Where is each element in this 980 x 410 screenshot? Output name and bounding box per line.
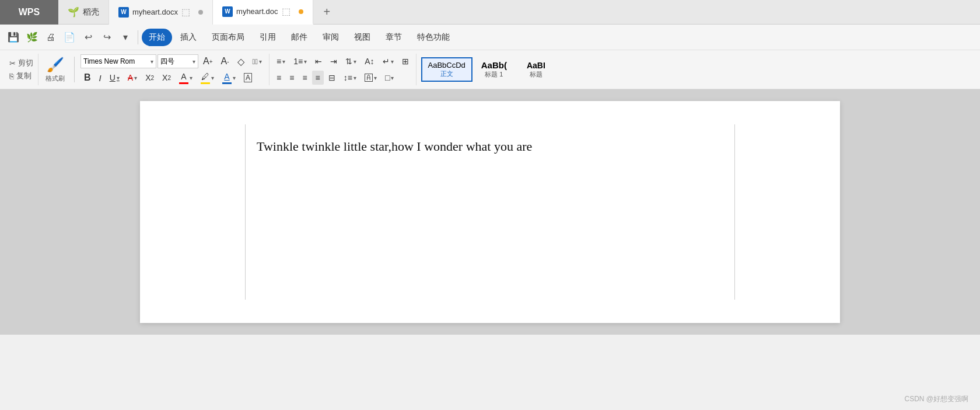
menu-mail-label: 邮件	[291, 32, 307, 43]
toolbar-top: 💾 🌿 🖨 📄 ↩ ↪ ▾ 开始 插入 页面布局 引用 邮件 审阅 视图 章	[0, 25, 980, 50]
highlight-bar	[201, 82, 210, 84]
linespace-button[interactable]: A↕	[361, 54, 377, 68]
strikethrough-button[interactable]: A ▾	[124, 71, 141, 85]
phonetic-button[interactable]: 文̂▾	[249, 54, 266, 68]
rtl-icon: ↵	[383, 57, 390, 66]
document-content[interactable]: Twinkle twinkle little star,how I wonder…	[257, 136, 723, 157]
sort-button[interactable]: ⇅ ▾	[342, 54, 360, 68]
daoke-tab[interactable]: 🌱 稻壳	[58, 0, 109, 25]
subscript-button[interactable]: X2	[159, 71, 174, 85]
toolbar-area: 💾 🌿 🖨 📄 ↩ ↪ ▾ 开始 插入 页面布局 引用 邮件 审阅 视图 章	[0, 25, 980, 89]
w-icon-doc: W	[222, 6, 233, 17]
rtl-button[interactable]: ↵ ▾	[379, 54, 397, 68]
new-tab-button[interactable]: +	[318, 5, 337, 19]
numbering-icon: 1≡	[293, 57, 303, 66]
numbering-button[interactable]: 1≡ ▾	[290, 54, 310, 68]
style-heading1[interactable]: AaBb( 标题 1	[474, 57, 514, 82]
format-painter-button[interactable]: 🖌️ 格式刷	[43, 54, 67, 85]
font-color-button[interactable]: A ▾	[176, 71, 196, 85]
tab-doc[interactable]: W myheart.doc ⬚	[213, 0, 313, 25]
style-h1-label: 标题 1	[481, 70, 508, 79]
template-icon-btn[interactable]: 🌿	[23, 29, 41, 46]
font-color-arrow: ▾	[190, 75, 192, 81]
linespace2-button[interactable]: ↕≡ ▾	[340, 71, 360, 85]
menu-layout[interactable]: 页面布局	[205, 29, 251, 46]
menu-ref[interactable]: 引用	[253, 29, 283, 46]
document-area: Twinkle twinkle little star,how I wonder…	[0, 89, 980, 335]
indent-increase-button[interactable]: ⇥	[327, 54, 341, 68]
menu-feature[interactable]: 特色功能	[410, 29, 457, 46]
align-right-button[interactable]: ≡	[299, 71, 310, 85]
plus-icon: +	[324, 5, 331, 18]
indent-decrease-icon: ⇤	[315, 57, 322, 66]
font-group: Times New Rom ▾ 四号 ▾ A+ A- ◇ 文̂▾ B I U ▾	[77, 54, 270, 85]
strikethrough-arrow: ▾	[134, 75, 137, 81]
menu-start[interactable]: 开始	[142, 29, 172, 46]
menu-view[interactable]: 视图	[347, 29, 377, 46]
style-heading2[interactable]: AaBI 标题	[516, 57, 556, 82]
print-icon-btn[interactable]: 🖨	[42, 29, 60, 46]
font-name-select[interactable]: Times New Rom ▾	[80, 54, 156, 68]
underline-button[interactable]: U ▾	[106, 71, 123, 85]
align-left-button[interactable]: ≡	[273, 71, 285, 85]
align-center-icon: ≡	[289, 73, 294, 82]
menu-review[interactable]: 审阅	[316, 29, 346, 46]
font-row-2: B I U ▾ A ▾ X2 X2 A ▾	[80, 71, 265, 85]
margin-left	[245, 124, 246, 300]
style-h2-label: 标题	[523, 70, 550, 79]
font-size-arrow: ▾	[192, 58, 195, 65]
undo-icon-btn[interactable]: ↩	[79, 29, 97, 46]
menu-insert[interactable]: 插入	[173, 29, 204, 46]
align-justify-button[interactable]: ≡	[312, 71, 324, 85]
strikethrough-icon: A	[128, 73, 133, 82]
superscript-button[interactable]: X2	[142, 71, 158, 85]
menu-insert-label: 插入	[180, 32, 197, 43]
shading-button[interactable]: 🄰 ▾	[361, 71, 380, 85]
linespace2-icon: ↕≡	[344, 73, 352, 82]
indent-decrease-button[interactable]: ⇤	[312, 54, 326, 68]
menu-chapter[interactable]: 章节	[379, 29, 409, 46]
ribbon: ✂ 剪切 ⎘ 复制 🖌️ 格式刷 Times New Rom ▾	[0, 50, 980, 89]
bold-button[interactable]: B	[80, 71, 94, 85]
menu-start-label: 开始	[149, 32, 165, 43]
separator-1	[138, 30, 138, 44]
menu-layout-label: 页面布局	[212, 32, 244, 43]
save-icon-btn[interactable]: 💾	[5, 29, 22, 46]
copy-button[interactable]: ⎘ 复制	[9, 71, 33, 81]
border-arrow: ▾	[391, 75, 394, 81]
italic-button[interactable]: I	[96, 71, 105, 85]
font-color2-col: A	[222, 72, 232, 84]
cut-button[interactable]: ✂ 剪切	[9, 58, 33, 68]
font-color2-button[interactable]: A ▾	[219, 71, 239, 85]
char-border-button[interactable]: A	[240, 71, 256, 85]
redo-icon-btn[interactable]: ↪	[98, 29, 116, 46]
printpreview-icon-btn[interactable]: 📄	[61, 29, 78, 46]
columns-button[interactable]: ⊟	[325, 71, 339, 85]
tab-dot-docx[interactable]	[198, 10, 203, 15]
document-page[interactable]: Twinkle twinkle little star,how I wonder…	[140, 101, 840, 323]
font-size-select[interactable]: 四号 ▾	[158, 54, 198, 68]
table-border-button[interactable]: ⊞	[398, 54, 412, 68]
style-normal[interactable]: AaBbCcDd 正文	[421, 57, 473, 82]
tab-docx[interactable]: W myheart.docx ⬚	[109, 0, 213, 25]
bullets-arrow: ▾	[282, 58, 285, 65]
bullets-button[interactable]: ≡ ▾	[273, 54, 289, 68]
font-grow-button[interactable]: A+	[200, 54, 216, 68]
columns-icon: ⊟	[328, 73, 335, 82]
font-shrink-button[interactable]: A-	[218, 54, 233, 68]
font-color2-arrow: ▾	[233, 75, 236, 81]
align-center-button[interactable]: ≡	[286, 71, 298, 85]
wps-tab[interactable]: WPS	[0, 0, 58, 25]
menu-mail[interactable]: 邮件	[284, 29, 314, 46]
format-painter-group: 🖌️ 格式刷	[38, 53, 72, 86]
tab-doc-label: myheart.doc	[236, 7, 278, 16]
tab-dot-doc[interactable]	[299, 9, 303, 14]
font-row-1: Times New Rom ▾ 四号 ▾ A+ A- ◇ 文̂▾	[80, 54, 265, 68]
highlight-button[interactable]: 🖊 ▾	[197, 71, 218, 85]
paragraph-group: ≡ ▾ 1≡ ▾ ⇤ ⇥ ⇅ ▾ A↕	[270, 54, 416, 85]
font-color2-bar	[222, 82, 232, 84]
clear-format-button[interactable]: ◇	[234, 54, 248, 68]
font-name-value: Times New Rom	[83, 57, 135, 65]
more-icon-btn[interactable]: ▾	[117, 29, 134, 46]
border-btn[interactable]: □ ▾	[382, 71, 397, 85]
